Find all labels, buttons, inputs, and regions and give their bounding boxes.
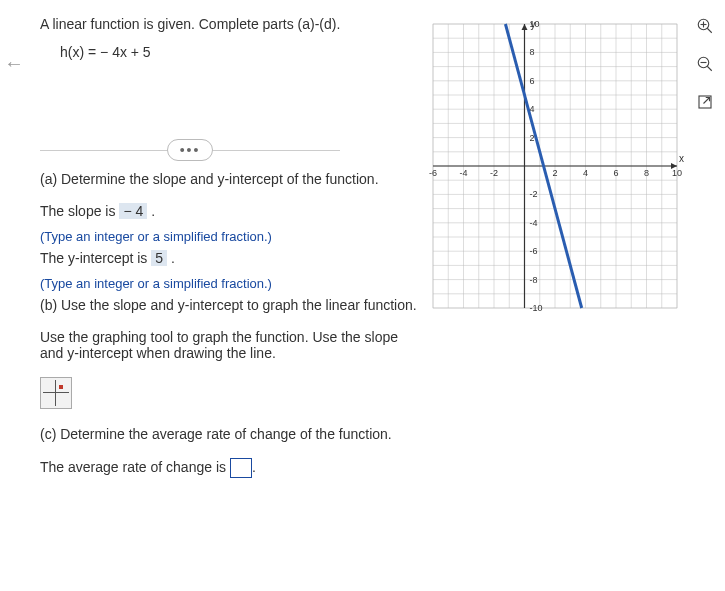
zoom-out-button[interactable]	[693, 52, 717, 76]
svg-text:-2: -2	[490, 168, 498, 178]
svg-text:-4: -4	[530, 218, 538, 228]
yint-label: The y-intercept is	[40, 250, 151, 266]
svg-text:6: 6	[613, 168, 618, 178]
svg-text:-8: -8	[530, 275, 538, 285]
part-b-hint: Use the graphing tool to graph the funct…	[40, 329, 420, 361]
svg-text:10: 10	[672, 168, 682, 178]
popout-button[interactable]	[693, 90, 717, 114]
svg-line-69	[707, 66, 712, 71]
yint-instruction: (Type an integer or a simplified fractio…	[40, 276, 420, 291]
slope-value[interactable]: − 4	[119, 203, 147, 219]
slope-label: The slope is	[40, 203, 119, 219]
svg-text:8: 8	[530, 47, 535, 57]
expand-pill[interactable]: •••	[167, 139, 213, 161]
slope-period: .	[151, 203, 155, 219]
part-c-question: (c) Determine the average rate of change…	[40, 426, 420, 442]
svg-text:y: y	[531, 19, 536, 30]
popout-icon	[696, 93, 714, 111]
section-divider: •••	[40, 150, 340, 151]
svg-text:-4: -4	[459, 168, 467, 178]
right-toolbar	[693, 14, 719, 114]
yint-value[interactable]: 5	[151, 250, 167, 266]
svg-text:-10: -10	[530, 303, 543, 313]
svg-text:-6: -6	[429, 168, 437, 178]
svg-text:2: 2	[552, 168, 557, 178]
svg-text:8: 8	[644, 168, 649, 178]
avg-rate-line: The average rate of change is .	[40, 458, 420, 478]
zoom-out-icon	[696, 55, 714, 73]
svg-text:-2: -2	[530, 189, 538, 199]
graphing-tool-button[interactable]	[40, 377, 72, 409]
part-b-question: (b) Use the slope and y-intercept to gra…	[40, 297, 420, 313]
svg-line-72	[704, 98, 710, 104]
zoom-in-icon	[696, 17, 714, 35]
question-panel: A linear function is given. Complete par…	[40, 16, 420, 488]
slope-instruction: (Type an integer or a simplified fractio…	[40, 229, 420, 244]
coordinate-plane[interactable]: -6-4-2246810108642-2-4-6-8-10xy	[425, 16, 685, 316]
svg-text:6: 6	[530, 76, 535, 86]
svg-text:-6: -6	[530, 246, 538, 256]
svg-line-65	[707, 28, 712, 33]
zoom-in-button[interactable]	[693, 14, 717, 38]
problem-prompt: A linear function is given. Complete par…	[40, 16, 420, 32]
yint-period: .	[171, 250, 175, 266]
svg-text:4: 4	[583, 168, 588, 178]
svg-marker-42	[522, 24, 528, 30]
part-a-question: (a) Determine the slope and y-intercept …	[40, 171, 420, 187]
graph-panel[interactable]: -6-4-2246810108642-2-4-6-8-10xy	[425, 16, 685, 316]
avg-rate-label: The average rate of change is	[40, 459, 230, 475]
svg-text:x: x	[679, 153, 684, 164]
function-equation: h(x) = − 4x + 5	[60, 44, 420, 60]
avg-rate-input[interactable]	[230, 458, 252, 478]
back-arrow-icon[interactable]: ←	[4, 52, 24, 75]
ellipsis-icon: •••	[180, 143, 201, 157]
yint-line: The y-intercept is 5 .	[40, 250, 420, 266]
slope-line: The slope is − 4 .	[40, 203, 420, 219]
